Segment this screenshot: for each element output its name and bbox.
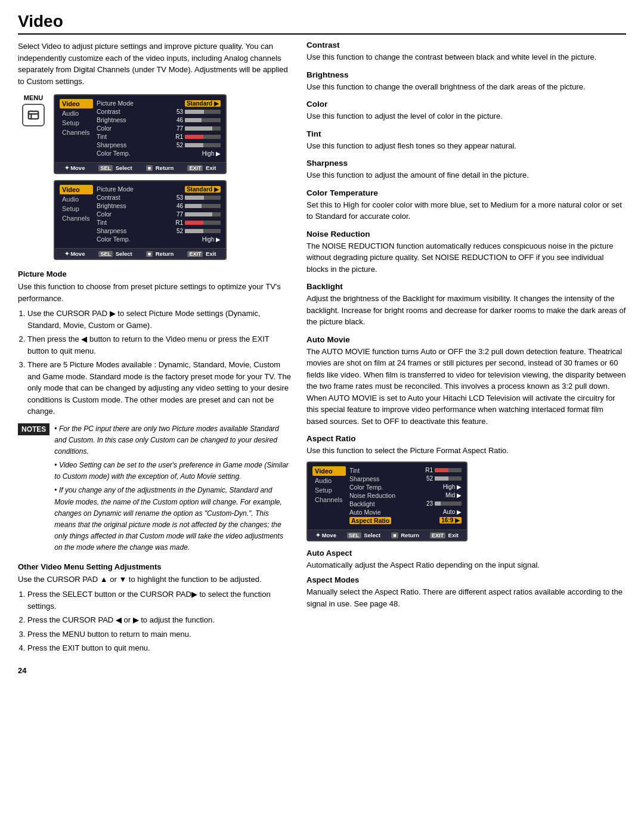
list-item: Press the MENU button to return to main …: [27, 628, 292, 640]
auto-movie-heading: Auto Movie: [306, 335, 626, 344]
other-settings-heading: Other Video Menu Setting Adjustments: [18, 562, 292, 571]
auto-movie-text: The AUTO MOVIE function turns Auto or OF…: [306, 346, 626, 428]
tv-content-1: Picture Mode Standard ▶ Contrast 53: [97, 99, 221, 157]
page-number: 24: [18, 666, 292, 675]
notes-label: NOTES: [18, 423, 49, 435]
list-item: Press the EXIT button to quit menu.: [27, 642, 292, 654]
picture-mode-text: Use this function to choose from preset …: [18, 281, 292, 304]
tv-row-contrast: Contrast 53: [97, 107, 221, 116]
color-text: Use this function to adjust the level of…: [306, 110, 626, 122]
menu-screenshots: MENU Video Audio: [18, 94, 292, 260]
auto-aspect-heading: Auto Aspect: [306, 549, 626, 558]
tv-row-brightness: Brightness 46: [97, 116, 221, 124]
section-contrast: Contrast Use this function to change the…: [306, 41, 626, 63]
brightness-heading: Brightness: [306, 70, 626, 79]
tv-sidebar-audio-2: Audio: [60, 194, 93, 204]
notes-item-2: • Video Setting can be set to the user's…: [54, 460, 292, 482]
color-temp-text: Set this to High for cooler color with m…: [306, 199, 626, 222]
right-column: Contrast Use this function to change the…: [306, 41, 626, 675]
section-aspect-ratio: Aspect Ratio Use this function to select…: [306, 434, 626, 541]
tv-sidebar-audio-3: Audio: [312, 476, 346, 485]
tv-row-color-2: Color 77: [97, 210, 221, 218]
section-color-temperature: Color Temperature Set this to High for c…: [306, 188, 626, 222]
section-noise-reduction: Noise Reduction The NOISE REDUCTION func…: [306, 230, 626, 275]
menu-block-1: MENU Video Audio: [18, 94, 292, 174]
tv-row-brightness-2: Brightness 46: [97, 202, 221, 210]
tv-content-3: Tint R1 Sharpness 52: [349, 466, 462, 525]
tv-row-backlight-3: Backlight 23: [349, 500, 462, 508]
picture-mode-heading: Picture Mode: [18, 270, 292, 278]
left-column: Select Video to adjust picture settings …: [18, 41, 292, 675]
list-item: There are 5 Picture Modes available : Dy…: [27, 359, 292, 417]
menu-block-2: Video Audio Setup Channels Picture Mode …: [18, 180, 292, 260]
page-title: Video: [18, 12, 626, 35]
tv-sidebar-video-3: Video: [312, 466, 346, 476]
tv-footer-3: ✦ Move SEL Select ■ Return EXIT Exit: [308, 529, 466, 540]
list-item: Then press the ◀ button to return to the…: [27, 333, 292, 357]
tv-row-tint-2: Tint R1: [97, 218, 221, 227]
tv-sidebar-1: Video Audio Setup Channels: [60, 99, 97, 157]
tv-sidebar-channels: Channels: [60, 128, 93, 137]
tv-row-automovie-3: Auto Movie Auto ▶: [349, 508, 462, 516]
other-settings-section: Other Video Menu Setting Adjustments Use…: [18, 562, 292, 654]
section-auto-aspect: Auto Aspect Automatically adjust the Asp…: [306, 549, 626, 571]
tv-row-tint-3: Tint R1: [349, 466, 462, 475]
menu-icon-box: MENU: [18, 94, 49, 126]
aspect-ratio-text: Use this function to select the Picture …: [306, 445, 626, 457]
other-settings-text: Use the CURSOR PAD ▲ or ▼ to highlight t…: [18, 574, 292, 586]
section-aspect-modes: Aspect Modes Manually select the Aspect …: [306, 575, 626, 609]
tint-heading: Tint: [306, 129, 626, 138]
tv-screen-2: Video Audio Setup Channels Picture Mode …: [54, 180, 227, 260]
contrast-text: Use this function to change the contrast…: [306, 51, 626, 63]
section-auto-movie: Auto Movie The AUTO MOVIE function turns…: [306, 335, 626, 428]
menu-label: MENU: [24, 94, 43, 101]
section-sharpness: Sharpness Use this function to adjust th…: [306, 159, 626, 181]
contrast-heading: Contrast: [306, 41, 626, 49]
tv-screen-3: Video Audio Setup Channels Tint R1: [306, 462, 467, 541]
other-settings-steps: Press the SELECT button or the CURSOR PA…: [18, 589, 292, 654]
list-item: Press the SELECT button or the CURSOR PA…: [27, 589, 292, 612]
notes-content: • For the PC input there are only two Pi…: [54, 423, 292, 556]
tv-row-sharpness: Sharpness 52: [97, 141, 221, 149]
backlight-text: Adjust the brightness of the Backlight f…: [306, 293, 626, 328]
tv-footer-2: ✦ Move SEL Select ■ Return EXIT Exit: [55, 248, 225, 259]
aspect-ratio-heading: Aspect Ratio: [306, 434, 626, 443]
section-brightness: Brightness Use this function to change t…: [306, 70, 626, 93]
tv-row-sharpness-2: Sharpness 52: [97, 227, 221, 235]
intro-text: Select Video to adjust picture settings …: [18, 41, 292, 87]
aspect-modes-text: Manually select the Aspect Ratio. There …: [306, 586, 626, 609]
tv-row-sharpness-3: Sharpness 52: [349, 475, 462, 483]
color-temp-heading: Color Temperature: [306, 188, 626, 197]
tv-row-colortemp-2: Color Temp. High ▶: [97, 235, 221, 243]
list-item: Press the CURSOR PAD ◀ or ▶ to adjust th…: [27, 614, 292, 626]
noise-reduction-heading: Noise Reduction: [306, 230, 626, 239]
tv-row-color: Color 77: [97, 124, 221, 132]
tv-row-tint: Tint R1: [97, 132, 221, 141]
notes-box: NOTES • For the PC input there are only …: [18, 423, 292, 556]
menu-icon: [22, 104, 45, 126]
backlight-heading: Backlight: [306, 282, 626, 291]
aspect-modes-heading: Aspect Modes: [306, 575, 626, 584]
tv-sidebar-channels-3: Channels: [312, 495, 346, 504]
tv-row-colortemp-3: Color Temp. High ▶: [349, 483, 462, 491]
tv-row-aspectratio-3: Aspect Ratio 16:9 ▶: [349, 516, 462, 525]
tv-sidebar-video-2: Video: [60, 185, 93, 194]
auto-aspect-text: Automatically adjust the Aspect Ratio de…: [306, 559, 626, 571]
section-color: Color Use this function to adjust the le…: [306, 100, 626, 122]
sharpness-heading: Sharpness: [306, 159, 626, 168]
picture-mode-steps: Use the CURSOR PAD ▶ to select Picture M…: [18, 308, 292, 417]
svg-rect-0: [29, 112, 39, 119]
tv-sidebar-2: Video Audio Setup Channels: [60, 185, 97, 243]
noise-reduction-text: The NOISE REDUCTION function automatical…: [306, 240, 626, 275]
sharpness-text: Use this function to adjust the amount o…: [306, 169, 626, 181]
tv-sidebar-channels-2: Channels: [60, 213, 93, 223]
tv-row-noisereduction-3: Noise Reduction Mid ▶: [349, 491, 462, 500]
tv-screen-1: Video Audio Setup Channels Picture Mode …: [54, 94, 227, 174]
brightness-text: Use this function to change the overall …: [306, 81, 626, 93]
picture-mode-section: Picture Mode Use this function to choose…: [18, 270, 292, 417]
section-backlight: Backlight Adjust the brightness of the B…: [306, 282, 626, 328]
tv-sidebar-setup-2: Setup: [60, 204, 93, 213]
tv-footer-1: ✦ Move SEL Select ■ Return EXIT Exit: [55, 162, 225, 173]
tv-sidebar-3: Video Audio Setup Channels: [312, 466, 349, 525]
tv-row-contrast-2: Contrast 53: [97, 193, 221, 202]
